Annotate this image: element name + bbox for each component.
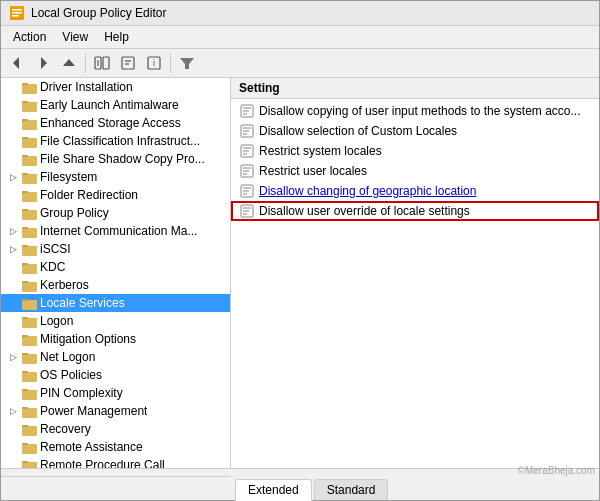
menu-bar: Action View Help <box>1 26 599 49</box>
svg-rect-48 <box>22 353 28 355</box>
tree-item-pin-complexity[interactable]: PIN Complexity <box>1 384 230 402</box>
tree-item-power-management[interactable]: ▷ Power Management <box>1 402 230 420</box>
tree-item-locale-services[interactable]: Locale Services <box>1 294 230 312</box>
tab-standard[interactable]: Standard <box>314 479 389 500</box>
policy-icon <box>239 183 255 199</box>
tree-item-net-logon[interactable]: ▷ Net Logon <box>1 348 230 366</box>
expand-icon[interactable]: ▷ <box>5 349 21 365</box>
expander <box>5 421 21 437</box>
setting-label: Disallow selection of Custom Locales <box>259 124 457 138</box>
setting-item-disallow-copying[interactable]: Disallow copying of user input methods t… <box>231 101 599 121</box>
main-window: Local Group Policy Editor Action View He… <box>0 0 600 501</box>
expand-icon[interactable]: ▷ <box>5 223 21 239</box>
tree-item-mitigation[interactable]: Mitigation Options <box>1 330 230 348</box>
folder-icon <box>21 368 37 382</box>
tree-item-file-classification[interactable]: File Classification Infrastruct... <box>1 132 230 150</box>
expander <box>5 277 21 293</box>
svg-rect-47 <box>22 354 37 364</box>
tree-item-filesystem[interactable]: ▷ Filesystem <box>1 168 230 186</box>
folder-icon <box>21 296 37 310</box>
h-scrollbar-area[interactable] <box>1 468 599 476</box>
expander <box>5 97 21 113</box>
tree-item-driver-installation[interactable]: Driver Installation <box>1 78 230 96</box>
settings-column-header: Setting <box>231 78 599 99</box>
title-bar: Local Group Policy Editor <box>1 1 599 26</box>
expand-icon[interactable]: ▷ <box>5 169 21 185</box>
tree-label: Power Management <box>40 404 147 418</box>
setting-item-disallow-override[interactable]: Disallow user override of locale setting… <box>231 201 599 221</box>
svg-rect-41 <box>22 300 37 310</box>
tree-item-enhanced-storage[interactable]: Enhanced Storage Access <box>1 114 230 132</box>
svg-rect-44 <box>22 317 28 319</box>
setting-item-disallow-geographic[interactable]: Disallow changing of geographic location <box>231 181 599 201</box>
svg-rect-60 <box>22 461 28 463</box>
tree-label: Remote Assistance <box>40 440 143 454</box>
svg-marker-5 <box>41 57 47 69</box>
expander <box>5 295 21 311</box>
tree-item-logon[interactable]: Logon <box>1 312 230 330</box>
folder-icon <box>21 260 37 274</box>
forward-button[interactable] <box>31 51 55 75</box>
setting-label: Disallow changing of geographic location <box>259 184 476 198</box>
tree-label: Remote Procedure Call <box>40 458 165 468</box>
tree-label: Internet Communication Ma... <box>40 224 197 238</box>
tree-item-kdc[interactable]: KDC <box>1 258 230 276</box>
tree-item-group-policy[interactable]: Group Policy <box>1 204 230 222</box>
setting-item-restrict-user[interactable]: Restrict user locales <box>231 161 599 181</box>
properties2-button[interactable]: i <box>142 51 166 75</box>
expand-icon[interactable]: ▷ <box>5 403 21 419</box>
tree-item-kerberos[interactable]: Kerberos <box>1 276 230 294</box>
folder-icon <box>21 422 37 436</box>
tree-item-os-policies[interactable]: OS Policies <box>1 366 230 384</box>
tree-item-early-launch[interactable]: Early Launch Antimalware <box>1 96 230 114</box>
svg-rect-21 <box>22 120 37 130</box>
svg-rect-31 <box>22 210 37 220</box>
tree-label: Kerberos <box>40 278 89 292</box>
policy-icon <box>239 143 255 159</box>
svg-marker-4 <box>13 57 19 69</box>
show-hide-button[interactable] <box>90 51 114 75</box>
tree-label: OS Policies <box>40 368 102 382</box>
tree-item-file-share[interactable]: File Share Shadow Copy Pro... <box>1 150 230 168</box>
svg-rect-37 <box>22 264 37 274</box>
filter-button[interactable] <box>175 51 199 75</box>
tree-item-remote-assistance[interactable]: Remote Assistance <box>1 438 230 456</box>
menu-help[interactable]: Help <box>96 28 137 46</box>
policy-icon <box>239 203 255 219</box>
folder-icon <box>21 206 37 220</box>
svg-rect-28 <box>22 173 28 175</box>
folder-icon <box>21 170 37 184</box>
expander <box>5 79 21 95</box>
folder-icon <box>21 116 37 130</box>
folder-icon <box>21 440 37 454</box>
settings-list: Disallow copying of user input methods t… <box>231 99 599 223</box>
tree-item-rpc[interactable]: Remote Procedure Call <box>1 456 230 468</box>
left-panel: Driver Installation Early Launch Antimal… <box>1 78 231 468</box>
svg-rect-10 <box>122 57 134 69</box>
tree-label: File Classification Infrastruct... <box>40 134 200 148</box>
folder-icon <box>21 332 37 346</box>
svg-rect-32 <box>22 209 28 211</box>
folder-icon <box>21 458 37 468</box>
menu-action[interactable]: Action <box>5 28 54 46</box>
tab-extended[interactable]: Extended <box>235 479 312 501</box>
expand-icon[interactable]: ▷ <box>5 241 21 257</box>
back-button[interactable] <box>5 51 29 75</box>
properties-button[interactable] <box>116 51 140 75</box>
svg-rect-55 <box>22 426 37 436</box>
tree-item-internet-comm[interactable]: ▷ Internet Communication Ma... <box>1 222 230 240</box>
tree-label: Recovery <box>40 422 91 436</box>
folder-icon <box>21 350 37 364</box>
setting-label: Disallow user override of locale setting… <box>259 204 470 218</box>
tree-item-iscsi[interactable]: ▷ iSCSI <box>1 240 230 258</box>
setting-item-disallow-selection[interactable]: Disallow selection of Custom Locales <box>231 121 599 141</box>
folder-icon <box>21 242 37 256</box>
up-button[interactable] <box>57 51 81 75</box>
folder-icon <box>21 224 37 238</box>
tree-item-folder-redirection[interactable]: Folder Redirection <box>1 186 230 204</box>
svg-rect-20 <box>22 101 28 103</box>
menu-view[interactable]: View <box>54 28 96 46</box>
tree-item-recovery[interactable]: Recovery <box>1 420 230 438</box>
setting-item-restrict-system[interactable]: Restrict system locales <box>231 141 599 161</box>
folder-icon <box>21 188 37 202</box>
